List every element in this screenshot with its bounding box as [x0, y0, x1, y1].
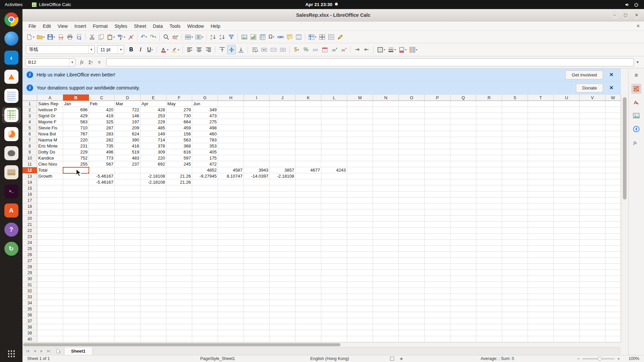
cell-R11[interactable] [476, 161, 502, 167]
cell-N6[interactable] [373, 131, 399, 137]
cell-U18[interactable] [554, 203, 580, 209]
cell-P39[interactable] [425, 330, 450, 336]
cell-B27[interactable] [63, 258, 89, 264]
cell-Q11[interactable] [450, 161, 476, 167]
cell-A20[interactable] [37, 216, 63, 222]
cell-L24[interactable] [321, 240, 347, 246]
column-button[interactable]: ▾ [194, 32, 204, 42]
cell-R8[interactable] [476, 143, 502, 149]
cell-E29[interactable] [141, 270, 166, 276]
cell-Q8[interactable] [450, 143, 476, 149]
cell-A11[interactable]: Cleo Nixo [37, 161, 63, 167]
cell-U6[interactable] [554, 131, 580, 137]
cell-J6[interactable] [270, 131, 296, 137]
cell-M2[interactable] [347, 107, 373, 113]
thunderbird-icon[interactable] [2, 31, 21, 47]
cell-O37[interactable] [399, 318, 425, 324]
cell-T32[interactable] [528, 288, 554, 294]
cell-T11[interactable] [528, 161, 554, 167]
cell-Q37[interactable] [450, 318, 476, 324]
cell-A15[interactable] [37, 185, 63, 191]
cell-R23[interactable] [476, 234, 502, 240]
cell-S32[interactable] [502, 288, 528, 294]
cell-C7[interactable]: 282 [89, 137, 115, 143]
cell-O13[interactable] [399, 173, 425, 179]
minimize-button[interactable]: − [610, 11, 619, 19]
libreoffice-impress-icon[interactable] [2, 126, 21, 142]
cell-U34[interactable] [554, 300, 580, 306]
column-header-U[interactable]: U [554, 95, 580, 101]
cell-L3[interactable] [321, 113, 347, 119]
undo-button[interactable]: ↶▾ [140, 32, 148, 42]
row-header-1[interactable]: 1 [22, 101, 37, 107]
cell-E21[interactable] [141, 222, 166, 228]
cell-D13[interactable] [115, 173, 141, 179]
cell-L31[interactable] [321, 282, 347, 288]
sort-ascending-button[interactable]: AZ [209, 32, 217, 42]
cell-C9[interactable]: 496 [89, 149, 115, 155]
cell-O3[interactable] [399, 113, 425, 119]
cell-A9[interactable]: Dotty Do [37, 149, 63, 155]
column-header-B[interactable]: B [63, 95, 89, 101]
cell-Q32[interactable] [450, 288, 476, 294]
cell-P34[interactable] [425, 300, 450, 306]
column-header-S[interactable]: S [502, 95, 528, 101]
cell-S31[interactable] [502, 282, 528, 288]
cell-N18[interactable] [373, 203, 399, 209]
expand-formula-bar-icon[interactable]: ▼ [634, 60, 641, 64]
cell-N23[interactable] [373, 234, 399, 240]
cell-U7[interactable] [554, 137, 580, 143]
select-function-button[interactable]: Σ▾ [86, 58, 95, 67]
cell-T24[interactable] [528, 240, 554, 246]
cell-I26[interactable] [244, 252, 270, 258]
cell-P10[interactable] [425, 155, 450, 161]
cell-H12[interactable]: 4587 [218, 167, 244, 173]
cell-K28[interactable] [296, 264, 321, 270]
redo-button[interactable]: ↷▾ [149, 32, 157, 42]
autofilter-button[interactable] [227, 32, 235, 42]
cell-T8[interactable] [528, 143, 554, 149]
cell-S6[interactable] [502, 131, 528, 137]
row-header-6[interactable]: 6 [22, 131, 37, 137]
cell-J7[interactable] [270, 137, 296, 143]
cell-B10[interactable]: 752 [63, 155, 89, 161]
cell-A38[interactable] [37, 324, 63, 330]
cell-L32[interactable] [321, 288, 347, 294]
cell-I33[interactable] [244, 294, 270, 300]
dropdown-arrow-icon[interactable]: ▾ [192, 36, 193, 39]
cell-E1[interactable]: Apr [141, 101, 166, 107]
cell-H40[interactable] [218, 336, 244, 342]
cell-P40[interactable] [425, 336, 450, 342]
cell-M9[interactable] [347, 149, 373, 155]
row-header-33[interactable]: 33 [22, 294, 37, 300]
cell-B3[interactable]: 429 [63, 113, 89, 119]
cell-U24[interactable] [554, 240, 580, 246]
cell-E14[interactable]: -2.18108 [141, 179, 166, 185]
cell-J18[interactable] [270, 203, 296, 209]
row-button[interactable]: ▾ [184, 32, 194, 42]
cell-R28[interactable] [476, 264, 502, 270]
cell-D27[interactable] [115, 258, 141, 264]
row-header-20[interactable]: 20 [22, 216, 37, 222]
cell-R30[interactable] [476, 276, 502, 282]
format-number-button[interactable]: 123 [311, 45, 320, 54]
cell-F26[interactable] [166, 252, 192, 258]
row-header-4[interactable]: 4 [22, 119, 37, 125]
cell-F25[interactable] [166, 246, 192, 252]
cell-M24[interactable] [347, 240, 373, 246]
cell-B19[interactable] [63, 209, 89, 216]
cell-I16[interactable] [244, 191, 270, 197]
cell-M31[interactable] [347, 282, 373, 288]
cell-U20[interactable] [554, 216, 580, 222]
cell-V22[interactable] [580, 228, 605, 234]
cell-Q18[interactable] [450, 203, 476, 209]
cell-I19[interactable] [244, 209, 270, 216]
cell-O16[interactable] [399, 191, 425, 197]
cell-E4[interactable]: 229 [141, 119, 166, 125]
bold-button[interactable]: B [127, 45, 136, 54]
cell-E3[interactable]: 253 [141, 113, 166, 119]
cell-Q38[interactable] [450, 324, 476, 330]
cell-N37[interactable] [373, 318, 399, 324]
cell-B1[interactable]: Jan [63, 101, 89, 107]
cell-M36[interactable] [347, 312, 373, 318]
